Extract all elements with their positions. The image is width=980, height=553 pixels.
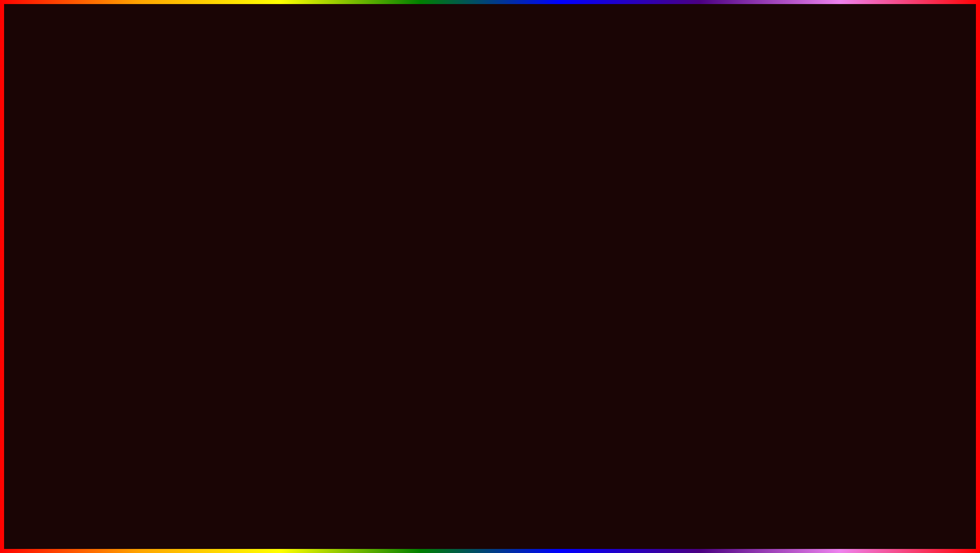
tab-dungeon-left[interactable]: Dungeon [179,182,216,193]
r2-tab-misc[interactable]: Misc [666,182,692,193]
tab-misc-left[interactable]: Misc [216,182,243,193]
r2-tab-teleport[interactable]: Teleport [594,182,628,193]
auto-farm-checkbox[interactable] [199,209,206,216]
right-panel-2-header: Mukuro X Quartyz TIME : 06:53:51 [539,168,725,182]
auto-ghostship-label: Auto GhostShip [95,270,199,276]
svg-point-5 [384,379,393,392]
left-col-main: Main Auto Farm Auto Hydra Hydra Option |… [90,194,211,313]
row-select-weapon: Select Weapon | Melee [211,267,332,280]
tab-teleport-left[interactable]: Teleport [144,182,179,193]
left-panel-user: Mukuro X Quartyz [107,172,152,178]
method-slider-thumb[interactable] [221,243,226,248]
auto-busohaki-checkbox[interactable] [319,282,326,289]
update-word: UPDATE [15,486,241,539]
row-auto-busohaki: Auto BusoHaki [211,280,332,292]
level-cap-label: Level Cap [216,295,308,301]
level-cap-slider-thumb[interactable] [310,303,315,308]
distance-slider-track[interactable] [216,262,327,264]
distance-slider-container [211,261,332,267]
right-col-setting: Setting Select Skill | Z, X, C, V, B Aut… [211,194,332,313]
distance-slider-fill [216,262,239,264]
right-col-content: Select Skill | Z, X, C, V, B Auto Skill … [211,203,332,313]
auto-skill-checkbox[interactable] [319,221,326,228]
level-cap-slider-fill [216,305,310,307]
r2-tab-main[interactable]: Main [539,182,566,193]
select-skill-label: Select Skill | Z, X, C, V, B [216,210,327,216]
r2-panel-content: TP To Dungeon Choose Difficulty | Easy A… [539,203,725,249]
ghostship-option-label: GhostShip Option | Normal [95,283,206,289]
r2-difficulty-label: Choose Difficulty | Easy [544,225,720,231]
left-panel-time: TIME : 06:53:45 [287,172,326,178]
tab-main-left[interactable]: Main [90,182,117,193]
right-panel-2: Mukuro X Quartyz TIME : 06:53:51 Main St… [538,167,726,250]
r2-tab-stats[interactable]: Stats [566,182,594,193]
distance-label: Distance [216,252,317,258]
row-select-skill: Select Skill | Z, X, C, V, B [211,206,332,219]
bottom-update-section: UPDATE 4.5.0 SCRIPT PASTEBIN [0,485,980,540]
tab-stats-left[interactable]: Stats [117,182,144,193]
left-col-section-header: Main [90,194,211,203]
thumbnail-title-line1: KING [883,496,905,506]
row-seaking-option: Seaking Option | Normal [90,255,211,267]
seaking-option-label: Seaking Option | Normal [95,258,206,264]
method-slider-track[interactable] [216,244,327,246]
select-weapon-label: Select Weapon | Melee [216,270,327,276]
level-cap-value: 3400 [308,294,326,301]
left-panel-tabs: Main Stats Teleport Dungeon Misc [90,182,332,194]
auto-hydra-checkbox[interactable] [199,221,206,228]
right-panel-2-time: TIME : 06:53:51 [680,172,720,178]
left-panel-avatar [95,170,104,180]
right-panel-1-user: Mukuro X Quartyz [419,172,465,178]
r1-tab-dungeon[interactable]: Dungeon [491,182,529,193]
row-hydra-option: Hydra Option | Normal [90,231,211,243]
distance-value: 5 [317,252,326,259]
row-distance: Distance 5 [211,249,332,261]
thumbnail-image: KING LEGACY [838,431,950,523]
auto-hydra-label: Auto Hydra [95,222,199,228]
hydra-option-label: Hydra Option | Normal [95,234,206,240]
r1-tab-teleport[interactable]: Teleport [456,182,491,193]
r2-row-auto-dungeon: Auto Dungeon [539,234,725,246]
svg-rect-14 [892,489,898,495]
left-panel-header: Mukuro X Quartyz TIME : 06:53:45 [90,168,332,182]
level-cap-slider-container [211,304,332,310]
right-panel-1-title: Mukuro X Quartyz [407,170,465,180]
left-col-content: Auto Farm Auto Hydra Hydra Option | Norm… [90,203,211,307]
r2-section-header: Dungeon [539,194,725,203]
method-label: Method [216,234,317,240]
auto-busohaki-label: Auto BusoHaki [216,283,320,289]
update-text: UPDATE 4.5.0 SCRIPT PASTEBIN [0,485,846,540]
auto-seaking-checkbox[interactable] [199,246,206,253]
left-panel-body: Main Auto Farm Auto Hydra Hydra Option |… [90,194,332,313]
row-auto-farm: Auto Farm [90,206,211,219]
r2-auto-dungeon-label: Auto Dungeon [544,237,713,243]
r2-tab-dungeon[interactable]: Dungeon [628,182,666,193]
row-auto-skill: Auto Skill [211,219,332,231]
row-level-cap: Level Cap 3400 [211,292,332,304]
auto-ghostship-checkbox[interactable] [199,270,206,277]
row-auto-ghostship: Auto GhostShip [90,267,211,280]
script-word: SCRIPT [377,486,585,539]
r2-tp-button[interactable]: TP To Dungeon [543,209,721,220]
right-panel-2-title: Mukuro X Quartyz [544,170,602,180]
version-word: 4.5.0 [241,486,377,539]
method-slider-container [211,243,332,249]
auto-farm-label: Auto Farm [95,210,199,216]
pastebin-word: PASTEBIN [585,486,845,539]
right-col-section-header: Setting [211,194,332,203]
level-cap-slider-track[interactable] [216,305,327,307]
r2-auto-dungeon-checkbox[interactable] [713,236,720,244]
r2-row-difficulty: Choose Difficulty | Easy [539,222,725,234]
row-auto-seaking: Auto SeaKing [90,243,211,255]
right-panel-1-avatar [407,170,416,180]
method-slider-fill [216,244,222,246]
right-panel-2-tabs: Main Stats Teleport Dungeon Misc [539,182,725,194]
r1-tab-main[interactable]: Main [402,182,429,193]
auto-kaido-checkbox[interactable] [199,294,206,301]
right-panel-2-avatar [544,170,553,180]
auto-kaido-label: Auto Kaido [95,295,199,301]
distance-slider-thumb[interactable] [238,261,243,266]
r1-tab-stats[interactable]: Stats [429,182,456,193]
fireball-decoration [350,360,432,452]
right-panel-2-user: Mukuro X Quartyz [557,172,602,178]
